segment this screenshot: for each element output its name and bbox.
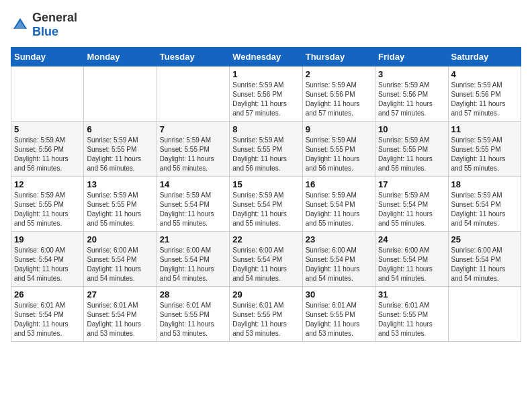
day-info-text: Daylight: 11 hours [232, 320, 299, 329]
calendar-cell: 17Sunrise: 5:59 AMSunset: 5:54 PMDayligh… [375, 177, 448, 232]
day-info-text: and 56 minutes. [87, 164, 153, 173]
day-number: 18 [451, 179, 518, 189]
day-info-text: Sunrise: 6:00 AM [451, 246, 518, 255]
day-of-week-header: Saturday [448, 48, 521, 66]
calendar-cell: 22Sunrise: 6:00 AMSunset: 5:54 PMDayligh… [230, 232, 302, 287]
day-info-text: and 54 minutes. [306, 274, 372, 283]
logo-blue: Blue [32, 25, 58, 38]
day-number: 9 [306, 124, 372, 134]
day-number: 31 [378, 289, 445, 300]
day-info-text: Sunset: 5:56 PM [451, 90, 518, 99]
day-info-text: Sunset: 5:55 PM [232, 310, 299, 320]
calendar-cell: 2Sunrise: 5:59 AMSunset: 5:56 PMDaylight… [302, 66, 375, 122]
day-info-text: Daylight: 11 hours [378, 154, 445, 164]
day-info-text: Sunrise: 5:59 AM [378, 81, 445, 90]
day-info-text: Daylight: 11 hours [87, 210, 153, 219]
day-info-text: Daylight: 11 hours [87, 154, 153, 164]
day-of-week-header: Monday [84, 48, 157, 66]
day-number: 23 [306, 234, 372, 244]
calendar-header-row: SundayMondayTuesdayWednesdayThursdayFrid… [11, 48, 521, 66]
day-info-text: and 56 minutes. [378, 164, 445, 173]
day-number: 24 [378, 234, 445, 244]
day-info-text: Sunrise: 5:59 AM [14, 136, 81, 145]
day-info-text: Sunrise: 6:01 AM [378, 301, 445, 310]
day-info-text: Daylight: 11 hours [378, 99, 445, 109]
day-info-text: Sunrise: 6:00 AM [306, 246, 372, 255]
day-info-text: Daylight: 11 hours [451, 265, 518, 274]
day-info-text: Sunrise: 6:00 AM [378, 246, 445, 255]
day-number: 10 [378, 124, 445, 134]
day-info-text: Daylight: 11 hours [306, 265, 372, 274]
day-info-text: Sunrise: 5:59 AM [14, 191, 81, 200]
calendar-cell: 30Sunrise: 6:01 AMSunset: 5:55 PMDayligh… [302, 287, 375, 342]
calendar-cell: 20Sunrise: 6:00 AMSunset: 5:54 PMDayligh… [84, 232, 157, 287]
day-info-text: Sunrise: 5:59 AM [232, 81, 299, 90]
day-number: 6 [87, 124, 153, 134]
day-number: 26 [14, 289, 81, 300]
day-of-week-header: Tuesday [157, 48, 229, 66]
day-number: 30 [306, 289, 372, 300]
day-number: 4 [451, 69, 518, 79]
calendar-cell: 31Sunrise: 6:01 AMSunset: 5:55 PMDayligh… [375, 287, 448, 342]
calendar-table: SundayMondayTuesdayWednesdayThursdayFrid… [11, 47, 521, 342]
day-info-text: Daylight: 11 hours [378, 210, 445, 219]
day-info-text: and 54 minutes. [378, 274, 445, 283]
day-info-text: Daylight: 11 hours [160, 210, 226, 219]
day-info-text: Sunrise: 5:59 AM [160, 191, 226, 200]
day-info-text: Sunrise: 5:59 AM [160, 136, 226, 145]
day-info-text: Sunset: 5:55 PM [232, 145, 299, 154]
day-info-text: and 54 minutes. [451, 219, 518, 228]
day-info-text: and 57 minutes. [451, 109, 518, 118]
day-info-text: Daylight: 11 hours [14, 210, 81, 219]
day-info-text: Sunset: 5:54 PM [14, 255, 81, 265]
day-info-text: and 56 minutes. [160, 164, 226, 173]
day-number: 14 [160, 179, 226, 189]
calendar-cell: 16Sunrise: 5:59 AMSunset: 5:54 PMDayligh… [302, 177, 375, 232]
day-number: 27 [87, 289, 153, 300]
calendar-cell: 27Sunrise: 6:01 AMSunset: 5:54 PMDayligh… [84, 287, 157, 342]
day-number: 5 [14, 124, 81, 134]
day-info-text: and 53 minutes. [378, 329, 445, 338]
day-info-text: Daylight: 11 hours [232, 265, 299, 274]
day-info-text: Sunrise: 5:59 AM [306, 136, 372, 145]
day-number: 17 [378, 179, 445, 189]
day-info-text: Sunset: 5:56 PM [306, 90, 372, 99]
day-info-text: and 55 minutes. [87, 219, 153, 228]
day-info-text: and 56 minutes. [232, 164, 299, 173]
day-info-text: Daylight: 11 hours [451, 154, 518, 164]
calendar-cell: 26Sunrise: 6:01 AMSunset: 5:54 PMDayligh… [11, 287, 84, 342]
day-info-text: Sunset: 5:55 PM [378, 145, 445, 154]
day-info-text: Daylight: 11 hours [451, 99, 518, 109]
calendar-cell: 14Sunrise: 5:59 AMSunset: 5:54 PMDayligh… [157, 177, 229, 232]
day-info-text: Sunrise: 5:59 AM [451, 81, 518, 90]
day-info-text: Sunset: 5:54 PM [232, 200, 299, 210]
day-info-text: Sunrise: 6:01 AM [232, 301, 299, 310]
day-info-text: Sunrise: 5:59 AM [306, 81, 372, 90]
day-info-text: Daylight: 11 hours [87, 320, 153, 329]
day-info-text: Daylight: 11 hours [160, 154, 226, 164]
day-info-text: Daylight: 11 hours [306, 99, 372, 109]
day-info-text: and 53 minutes. [87, 329, 153, 338]
day-info-text: and 56 minutes. [306, 164, 372, 173]
calendar-cell [157, 66, 229, 122]
calendar-cell: 23Sunrise: 6:00 AMSunset: 5:54 PMDayligh… [302, 232, 375, 287]
calendar-cell: 11Sunrise: 5:59 AMSunset: 5:55 PMDayligh… [448, 122, 521, 177]
day-info-text: Sunset: 5:55 PM [14, 200, 81, 210]
day-number: 20 [87, 234, 153, 244]
day-info-text: Sunset: 5:54 PM [378, 200, 445, 210]
day-info-text: Sunset: 5:56 PM [14, 145, 81, 154]
calendar-cell: 13Sunrise: 5:59 AMSunset: 5:55 PMDayligh… [84, 177, 157, 232]
day-info-text: and 54 minutes. [14, 274, 81, 283]
calendar-cell [448, 287, 521, 342]
day-number: 11 [451, 124, 518, 134]
day-info-text: Sunset: 5:54 PM [160, 200, 226, 210]
day-info-text: Sunset: 5:55 PM [87, 200, 153, 210]
day-info-text: Daylight: 11 hours [160, 320, 226, 329]
day-info-text: Sunset: 5:54 PM [232, 255, 299, 265]
calendar-week-row: 1Sunrise: 5:59 AMSunset: 5:56 PMDaylight… [11, 66, 521, 122]
day-info-text: Sunrise: 5:59 AM [451, 191, 518, 200]
day-info-text: and 55 minutes. [160, 219, 226, 228]
calendar-cell: 21Sunrise: 6:00 AMSunset: 5:54 PMDayligh… [157, 232, 229, 287]
calendar-cell [84, 66, 157, 122]
day-info-text: and 53 minutes. [160, 329, 226, 338]
